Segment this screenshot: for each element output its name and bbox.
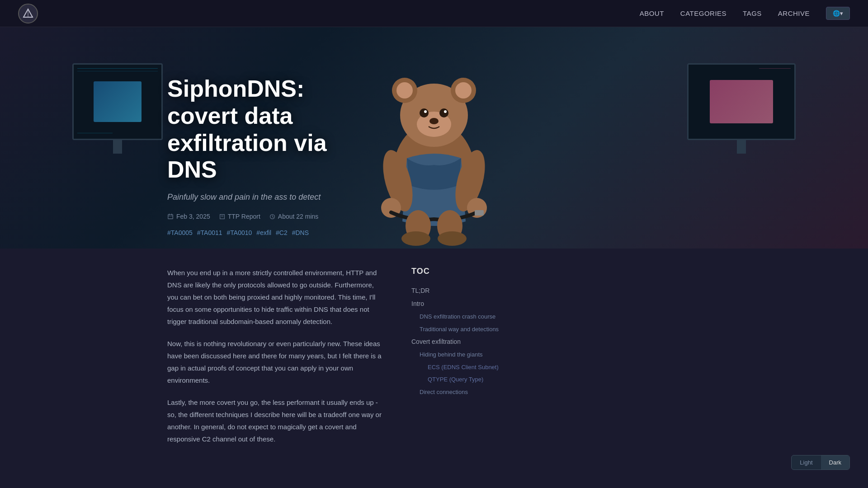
tag-ta0011[interactable]: #TA0011 <box>197 229 222 236</box>
language-button[interactable]: 🌐▾ <box>826 7 850 20</box>
monitor-right <box>687 63 796 163</box>
toc-item-intro[interactable]: Intro <box>411 298 538 310</box>
nav-tags[interactable]: TAGS <box>743 9 762 17</box>
body-paragraph-2: Now, this is nothing revolutionary or ev… <box>167 338 384 386</box>
toc-title: TOC <box>411 267 538 276</box>
hero-tags: #TA0005 #TA0011 #TA0010 #exfil #C2 #DNS <box>167 229 339 236</box>
toc-item-qtype[interactable]: QTYPE (Query Type) <box>411 374 538 385</box>
toc-item-ecs[interactable]: ECS (EDNS Client Subnet) <box>411 362 538 372</box>
hero-subtitle: Painfully slow and pain in the ass to de… <box>167 192 339 202</box>
theme-toggle: Light Dark <box>791 455 850 470</box>
hero-title: SiphonDNS: covert data exfiltration via … <box>167 75 339 183</box>
body-paragraph-3: Lastly, the more covert you go, the less… <box>167 396 384 445</box>
svg-line-31 <box>272 216 273 217</box>
hero-category: TTP Report <box>219 213 260 220</box>
toc-sidebar: TOC TL;DR Intro DNS exfiltration crash c… <box>411 267 538 455</box>
monitor-right-stand <box>737 140 746 154</box>
logo-icon <box>18 4 38 23</box>
hero-section: SiphonDNS: covert data exfiltration via … <box>0 27 868 249</box>
tag-dns[interactable]: #DNS <box>292 229 309 236</box>
toc-item-dns-crash-course[interactable]: DNS exfiltration crash course <box>411 311 538 322</box>
body-paragraph-1: When you end up in a more strictly contr… <box>167 267 384 328</box>
toc-item-traditional-way[interactable]: Traditional way and detections <box>411 324 538 334</box>
tag-exfil[interactable]: #exfil <box>256 229 271 236</box>
svg-rect-23 <box>168 215 173 219</box>
hero-content: SiphonDNS: covert data exfiltration via … <box>0 39 339 236</box>
light-theme-button[interactable]: Light <box>792 455 821 469</box>
hero-reading-time: About 22 mins <box>269 213 319 220</box>
monitor-right-screen <box>687 63 796 140</box>
nav-categories[interactable]: CATEGORIES <box>680 9 726 17</box>
hero-meta: Feb 3, 2025 TTP Report About 22 mins <box>167 213 339 220</box>
article-content: When you end up in a more strictly contr… <box>167 267 411 455</box>
tag-ta0010[interactable]: #TA0010 <box>227 229 252 236</box>
main-wrapper: When you end up in a more strictly contr… <box>0 249 868 482</box>
dark-theme-button[interactable]: Dark <box>821 455 849 469</box>
toc-list: TL;DR Intro DNS exfiltration crash cours… <box>411 285 538 397</box>
tag-ta0005[interactable]: #TA0005 <box>167 229 193 236</box>
nav-links: ABOUT CATEGORIES TAGS ARCHIVE 🌐▾ <box>640 7 850 20</box>
tag-c2[interactable]: #C2 <box>276 229 288 236</box>
nav-archive[interactable]: ARCHIVE <box>778 9 810 17</box>
nav-about[interactable]: ABOUT <box>640 9 664 17</box>
logo[interactable] <box>18 4 38 23</box>
toc-item-hiding-giants[interactable]: Hiding behind the giants <box>411 349 538 360</box>
hero-date: Feb 3, 2025 <box>167 213 210 220</box>
toc-item-direct-connections[interactable]: Direct connections <box>411 387 538 397</box>
navbar: ABOUT CATEGORIES TAGS ARCHIVE 🌐▾ <box>0 0 868 27</box>
toc-item-covert-exfil[interactable]: Covert exfiltration <box>411 336 538 347</box>
toc-item-tldr[interactable]: TL;DR <box>411 285 538 296</box>
